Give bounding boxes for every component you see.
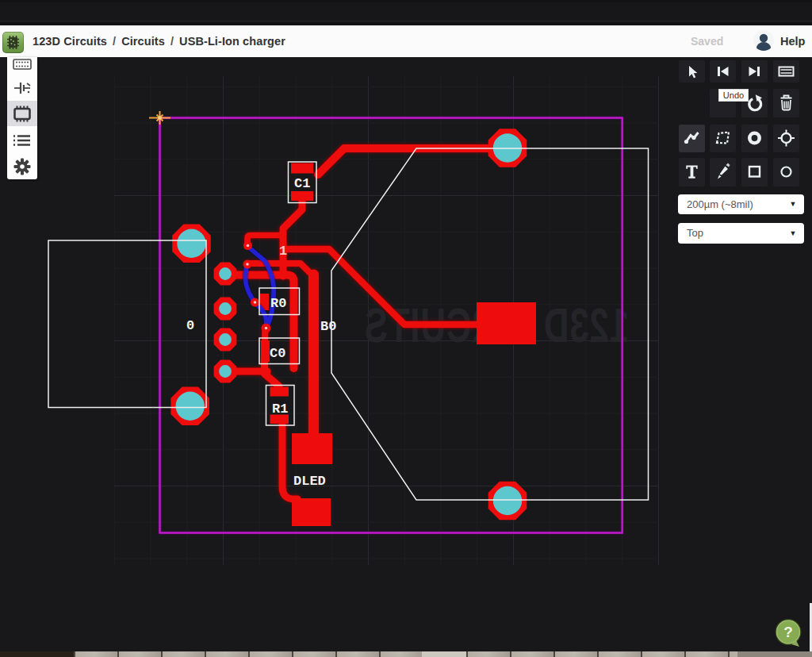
svg-text:1: 1 xyxy=(279,244,287,259)
svg-text:DLED: DLED xyxy=(293,474,326,489)
svg-text:B0: B0 xyxy=(320,319,336,334)
svg-text:0: 0 xyxy=(186,318,194,333)
svg-text:R1: R1 xyxy=(272,402,288,417)
svg-text:C0: C0 xyxy=(270,346,285,361)
svg-text:C1: C1 xyxy=(294,176,310,191)
svg-text:?: ? xyxy=(783,624,793,640)
svg-text:R0: R0 xyxy=(270,296,286,311)
